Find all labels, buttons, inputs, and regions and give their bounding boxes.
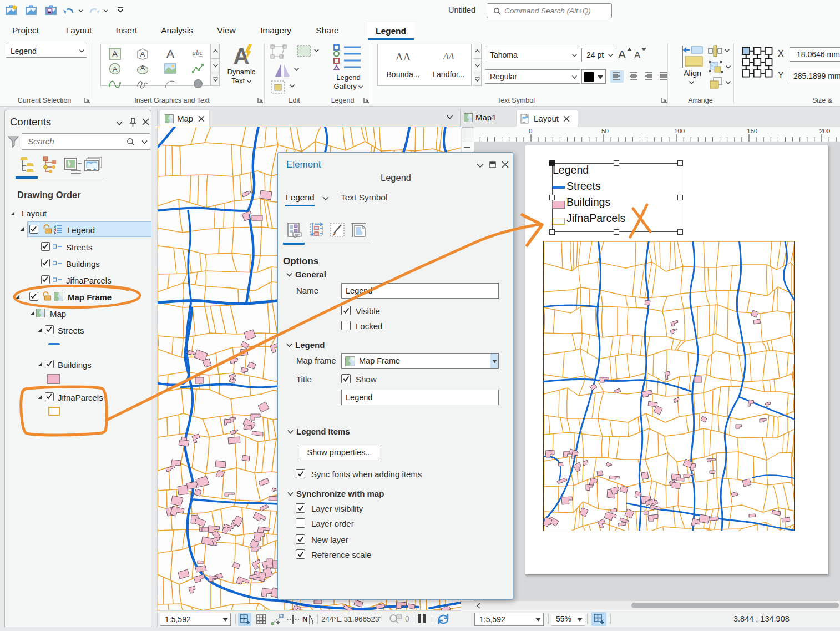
svg-text:A: A bbox=[140, 64, 145, 72]
svg-text:A: A bbox=[166, 48, 174, 60]
svg-text:abc: abc bbox=[193, 48, 203, 57]
svg-text:N: N bbox=[302, 615, 307, 623]
svg-text:A: A bbox=[140, 50, 145, 58]
svg-text:A: A bbox=[112, 49, 118, 58]
svg-text:A: A bbox=[113, 65, 118, 73]
